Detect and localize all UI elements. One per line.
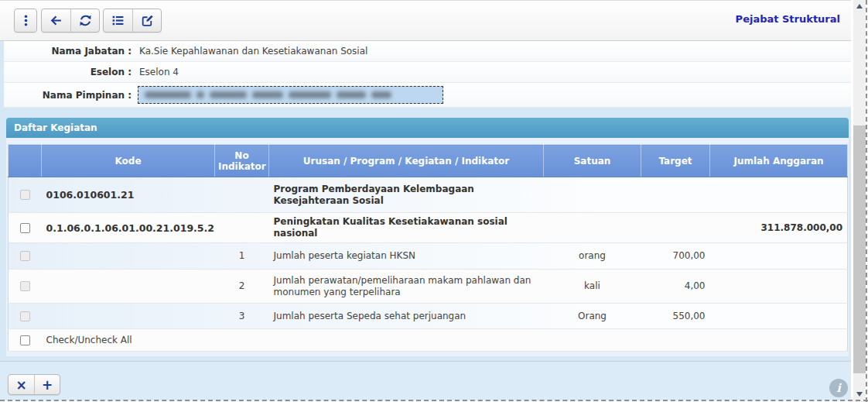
close-button[interactable]: × <box>9 375 34 394</box>
nama-pimpinan-field-redacted[interactable] <box>138 86 443 104</box>
table-row-indikator-2: 2 Jumlah perawatan/pemeliharaan makam pa… <box>9 270 848 304</box>
back-arrow-icon <box>50 14 63 27</box>
panel-body: Kode No Indikator Urusan / Program / Keg… <box>6 138 849 356</box>
list-button[interactable] <box>104 9 132 32</box>
scroll-up-icon <box>856 4 863 9</box>
refresh-button[interactable] <box>70 9 99 32</box>
cell-jumlah-anggaran <box>710 270 848 304</box>
check-all-label: Check/Uncheck All <box>42 329 848 352</box>
kebab-menu-icon <box>19 14 32 27</box>
cell-jumlah-anggaran <box>710 243 848 270</box>
cell-kode <box>42 243 215 270</box>
column-header-target: Target <box>641 145 710 177</box>
cell-no-indikator: 3 <box>215 304 269 329</box>
eselon-value: Eselon 4 <box>132 67 179 77</box>
content-area: Pejabat Struktural Nama Jabatan : Ka.Sie… <box>0 0 851 400</box>
refresh-icon <box>79 14 92 27</box>
form-section: Nama Jabatan : Ka.Sie Kepahlawanan dan K… <box>4 41 851 108</box>
column-header-checkbox <box>9 145 42 177</box>
column-header-no-indikator: No Indikator <box>215 145 269 177</box>
info-button[interactable]: i <box>829 379 848 397</box>
panel-title: Daftar Kegiatan <box>6 118 849 138</box>
scrollbar-thumb[interactable] <box>853 125 866 373</box>
table-header-row: Kode No Indikator Urusan / Program / Keg… <box>9 145 848 177</box>
scrollbar-track[interactable] <box>853 0 866 402</box>
footer-button-group: × + <box>8 374 60 395</box>
cell-no-indikator <box>215 213 269 243</box>
bullet-list-icon <box>111 14 125 27</box>
column-header-satuan: Satuan <box>544 145 641 177</box>
cell-no-indikator: 1 <box>215 243 269 270</box>
cell-jumlah-anggaran <box>710 304 848 329</box>
table-row-check-all: Check/Uncheck All <box>9 329 848 352</box>
row-checkbox-disabled <box>20 281 30 291</box>
scroll-up-button[interactable] <box>853 0 866 12</box>
cell-satuan: Orang <box>544 304 641 329</box>
action-button-group <box>103 9 162 33</box>
nama-jabatan-value: Ka.Sie Kepahlawanan dan Kesetiakawanan S… <box>132 46 367 57</box>
bottom-strip <box>0 362 851 400</box>
eselon-label: Eselon : <box>4 67 132 77</box>
column-header-urusan: Urusan / Program / Kegiatan / Indikator <box>269 145 544 177</box>
cell-target <box>641 213 710 243</box>
view-title: Pejabat Struktural <box>736 13 840 25</box>
row-checkbox[interactable] <box>20 223 30 233</box>
table-row-indikator-1: 1 Jumlah peserta kegiatan HKSN orang 700… <box>9 243 848 270</box>
cell-no-indikator: 2 <box>215 270 269 304</box>
form-row-eselon: Eselon : Eselon 4 <box>4 62 851 83</box>
cell-kode: 0106.010601.21 <box>42 177 215 213</box>
page-dashed-border-bottom <box>0 400 868 401</box>
nama-jabatan-label: Nama Jabatan : <box>4 46 132 57</box>
close-icon: × <box>15 377 26 393</box>
daftar-kegiatan-panel: Daftar Kegiatan Kode No Indikator Urusan… <box>6 118 849 356</box>
nav-button-group <box>41 9 100 33</box>
cell-kode <box>42 270 215 304</box>
row-checkbox-disabled <box>20 190 30 200</box>
page-dashed-border-right <box>866 0 867 402</box>
cell-satuan: orang <box>544 243 641 270</box>
cell-kode: 0.1.06.0.1.06.01.00.21.019.5.2 <box>42 213 215 243</box>
info-icon: i <box>836 381 841 395</box>
kebab-menu-button[interactable] <box>14 9 37 33</box>
cell-target <box>641 177 710 213</box>
row-checkbox-disabled <box>20 251 30 261</box>
scroll-down-button[interactable] <box>853 388 866 400</box>
cell-kode <box>42 304 215 329</box>
cell-uraian: Jumlah perawatan/pemeliharaan makam pahl… <box>269 270 544 304</box>
add-icon: + <box>42 377 53 393</box>
add-button[interactable]: + <box>34 375 60 394</box>
scroll-down-icon <box>856 392 863 397</box>
cell-satuan <box>544 177 641 213</box>
form-row-nama-pimpinan: Nama Pimpinan : <box>4 83 851 108</box>
column-header-jumlah-anggaran: Jumlah Anggaran <box>710 145 848 177</box>
table-row-program: 0106.010601.21 Program Pemberdayaan Kele… <box>9 177 848 213</box>
edit-compose-icon <box>141 14 154 27</box>
column-header-kode: Kode <box>42 145 215 177</box>
cell-jumlah-anggaran <box>710 177 848 213</box>
form-row-nama-jabatan: Nama Jabatan : Ka.Sie Kepahlawanan dan K… <box>4 41 851 62</box>
kegiatan-table: Kode No Indikator Urusan / Program / Keg… <box>8 144 848 352</box>
cell-no-indikator <box>215 177 269 213</box>
nama-pimpinan-label: Nama Pimpinan : <box>4 90 132 101</box>
back-button[interactable] <box>42 9 70 32</box>
cell-jumlah-anggaran: 311.878.000,00 <box>710 213 848 243</box>
cell-target: 550,00 <box>641 304 710 329</box>
cell-target: 4,00 <box>641 270 710 304</box>
table-row-indikator-3: 3 Jumlah peserta Sepeda sehat perjuangan… <box>9 304 848 329</box>
cell-uraian: Peningkatan Kualitas Kesetiakawanan sosi… <box>269 213 544 243</box>
cell-target: 700,00 <box>641 243 710 270</box>
cell-uraian: Jumlah peserta Sepeda sehat perjuangan <box>269 304 544 329</box>
cell-uraian: Program Pemberdayaan Kelembagaan Kesejah… <box>269 177 544 213</box>
cell-satuan: kali <box>544 270 641 304</box>
check-all-checkbox[interactable] <box>20 335 30 345</box>
row-checkbox-disabled <box>20 311 30 321</box>
page: Pejabat Struktural Nama Jabatan : Ka.Sie… <box>0 0 868 402</box>
edit-button[interactable] <box>132 9 161 32</box>
toolbar: Pejabat Struktural <box>0 0 851 41</box>
table-row-kegiatan: 0.1.06.0.1.06.01.00.21.019.5.2 Peningkat… <box>9 213 848 243</box>
cell-uraian: Jumlah peserta kegiatan HKSN <box>269 243 544 270</box>
cell-satuan <box>544 213 641 243</box>
